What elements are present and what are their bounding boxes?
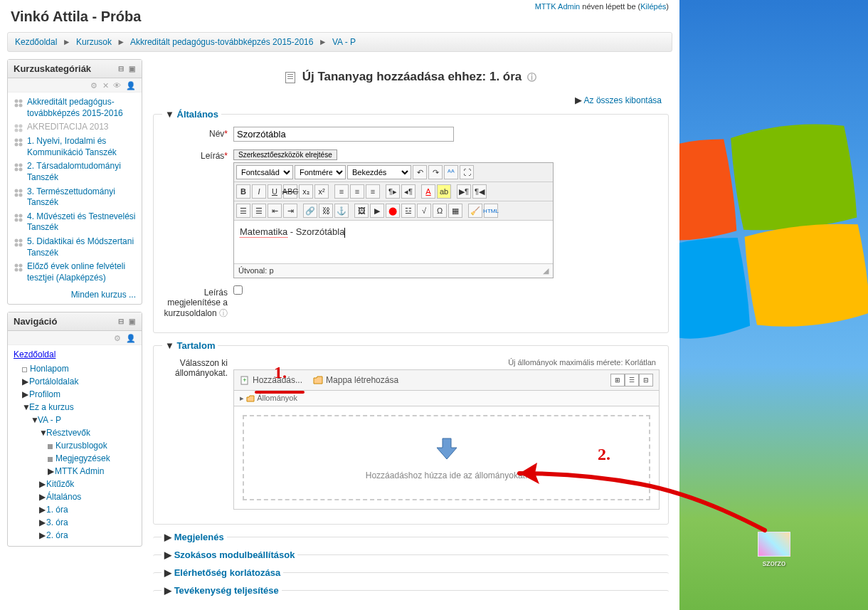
nav-item[interactable]: ▼Ez a kurzus: [14, 401, 136, 414]
gear-icon[interactable]: ⚙: [90, 81, 97, 90]
category-item[interactable]: 1. Nyelvi, Irodalmi és Kommunikáció Tans…: [14, 136, 136, 158]
breadcrumb-course[interactable]: VA - P: [332, 37, 356, 47]
bold-icon[interactable]: B: [236, 184, 250, 199]
create-folder-button[interactable]: Mappa létrehozása: [313, 375, 398, 385]
rtl2-icon[interactable]: ¶◀: [472, 184, 487, 199]
category-item[interactable]: 4. Művészeti és Testnevelési Tanszék: [14, 211, 136, 233]
nav-item[interactable]: ▶Profilom: [14, 388, 136, 401]
charmap-icon[interactable]: Ω: [433, 204, 447, 218]
category-item[interactable]: 2. Társadalomtudományi Tanszék: [14, 161, 136, 183]
view-list-icon[interactable]: ☰: [625, 374, 639, 386]
input-name[interactable]: [233, 127, 454, 142]
nav-item[interactable]: Kurzusblogok: [14, 439, 136, 452]
ltr2-icon[interactable]: ▶¶: [457, 184, 471, 199]
eye-icon[interactable]: 👁: [113, 81, 121, 90]
add-file-button[interactable]: + Hozzáadás...: [240, 375, 302, 385]
nav-item[interactable]: ▶1. óra: [14, 503, 136, 516]
breadcrumb-home[interactable]: Kezdőoldal: [15, 37, 57, 47]
editor-font-family[interactable]: Fontcsalád: [236, 165, 293, 179]
editor-toggle-button[interactable]: Szerkesztőeszközök elrejtése: [233, 149, 337, 160]
nav-item[interactable]: ▶2. óra: [14, 529, 136, 542]
gear-icon[interactable]: ⚙: [114, 334, 121, 342]
collapse-icon[interactable]: ⊟: [117, 317, 125, 326]
link-icon[interactable]: 🔗: [303, 204, 317, 218]
media-icon[interactable]: ▶: [370, 204, 384, 218]
nav-item[interactable]: Honlapom: [14, 362, 136, 375]
nav-item[interactable]: ▼VA - P: [14, 414, 136, 426]
nav-root[interactable]: Kezdőoldal: [14, 349, 55, 359]
view-tree-icon[interactable]: ⊟: [639, 374, 653, 386]
ltr-icon[interactable]: ¶▸: [386, 184, 400, 199]
nav-item[interactable]: ▶MTTK Admin: [14, 465, 136, 478]
nonbreaking-icon[interactable]: √: [417, 204, 431, 218]
fullscreen-icon[interactable]: ⛶: [460, 165, 474, 179]
delete-icon[interactable]: ✕: [102, 81, 109, 90]
category-item[interactable]: 5. Didaktikai és Módszertani Tanszék: [14, 236, 136, 258]
dock-icon[interactable]: ▣: [127, 65, 136, 73]
subscript-icon[interactable]: x₂: [299, 184, 313, 199]
align-right-icon[interactable]: ≡: [366, 184, 380, 199]
breadcrumb-category[interactable]: Akkreditált pedagógus-továbbképzés 2015-…: [130, 37, 314, 47]
legend-appearance[interactable]: ▶ Megjelenés: [162, 532, 227, 542]
editor-font-size[interactable]: Fontméret: [295, 165, 346, 179]
align-left-icon[interactable]: ≡: [334, 184, 349, 199]
html-icon[interactable]: HTML: [484, 204, 498, 218]
legend-completion[interactable]: ▶ Tevékenység teljesítése: [162, 585, 282, 596]
dock-icon[interactable]: ▣: [127, 317, 136, 326]
indent-icon[interactable]: ⇥: [283, 204, 297, 218]
logout-link[interactable]: Kilépés: [640, 2, 666, 11]
strike-icon[interactable]: ABC: [283, 184, 297, 199]
superscript-icon[interactable]: x²: [314, 184, 329, 199]
italic-icon[interactable]: I: [252, 184, 266, 199]
forecolor-icon[interactable]: A: [421, 184, 435, 199]
legend-content[interactable]: ▼ Tartalom: [162, 340, 218, 351]
manage-icon[interactable]: ☳: [401, 204, 416, 218]
help-icon[interactable]: ⓘ: [527, 72, 536, 83]
underline-icon[interactable]: U: [268, 184, 282, 199]
help-icon[interactable]: ⓘ: [219, 308, 228, 318]
desktop-file-szorzo[interactable]: szorzo: [758, 532, 790, 567]
category-item[interactable]: Előző évek online felvételi tesztjei (Al…: [14, 261, 136, 283]
category-item[interactable]: Akkreditált pedagógus-továbbképzés 2015-…: [14, 97, 136, 119]
category-item[interactable]: AKREDITACIJA 2013: [14, 122, 136, 133]
nav-item[interactable]: ▼Résztvevők: [14, 426, 136, 439]
nav-item[interactable]: ▶Kitűzők: [14, 478, 136, 490]
find-icon[interactable]: ᴬᴬ: [444, 165, 458, 179]
redo-icon[interactable]: ↷: [428, 165, 443, 179]
category-item[interactable]: 3. Természettudományi Tanszék: [14, 186, 136, 209]
table-icon[interactable]: ▦: [448, 204, 462, 218]
legend-general[interactable]: ▼ Általános: [162, 109, 221, 120]
view-icons-icon[interactable]: ⊞: [610, 374, 625, 386]
outdent-icon[interactable]: ⇤: [268, 204, 282, 218]
legend-common[interactable]: ▶ Szokásos modulbeállítások: [162, 549, 297, 560]
desktop[interactable]: szorzo: [679, 0, 868, 610]
undo-icon[interactable]: ↶: [413, 165, 427, 179]
roles-icon[interactable]: 👤: [126, 81, 136, 90]
bullet-list-icon[interactable]: ☰: [236, 204, 250, 218]
collapse-icon[interactable]: ⊟: [117, 65, 125, 73]
backcolor-icon[interactable]: ab: [437, 184, 451, 199]
drop-area[interactable]: Hozzáadáshoz húzza ide az állományokat.: [243, 415, 650, 500]
all-courses-link[interactable]: Minden kurzus ...: [71, 290, 136, 300]
editor-content[interactable]: Matematika - Szorzótábla: [234, 221, 553, 263]
editor-paragraph[interactable]: Bekezdés: [347, 165, 411, 179]
nav-item[interactable]: ▶Általános: [14, 490, 136, 503]
nav-item[interactable]: Megjegyzések: [14, 452, 136, 465]
nav-item[interactable]: ▶Portáloldalak: [14, 375, 136, 388]
nav-item[interactable]: ▶3. óra: [14, 516, 136, 529]
breadcrumb-courses[interactable]: Kurzusok: [76, 37, 112, 47]
expand-all-link[interactable]: Az összes kibontása: [584, 95, 662, 105]
record-icon[interactable]: ⬤: [386, 204, 400, 218]
resize-handle-icon[interactable]: ◢: [543, 266, 549, 275]
image-icon[interactable]: 🖼: [354, 204, 369, 218]
roles-icon[interactable]: 👤: [126, 334, 136, 342]
legend-restrict[interactable]: ▶ Elérhetőség korlátozása: [162, 567, 283, 578]
align-center-icon[interactable]: ≡: [350, 184, 364, 199]
rtl-icon[interactable]: ◂¶: [401, 184, 416, 199]
checkbox-display-desc[interactable]: [233, 285, 243, 295]
user-link[interactable]: MTTK Admin: [535, 2, 581, 11]
anchor-icon[interactable]: ⚓: [334, 204, 349, 218]
number-list-icon[interactable]: ☰: [252, 204, 266, 218]
unlink-icon[interactable]: ⛓: [319, 204, 333, 218]
clean-icon[interactable]: 🧹: [468, 204, 482, 218]
